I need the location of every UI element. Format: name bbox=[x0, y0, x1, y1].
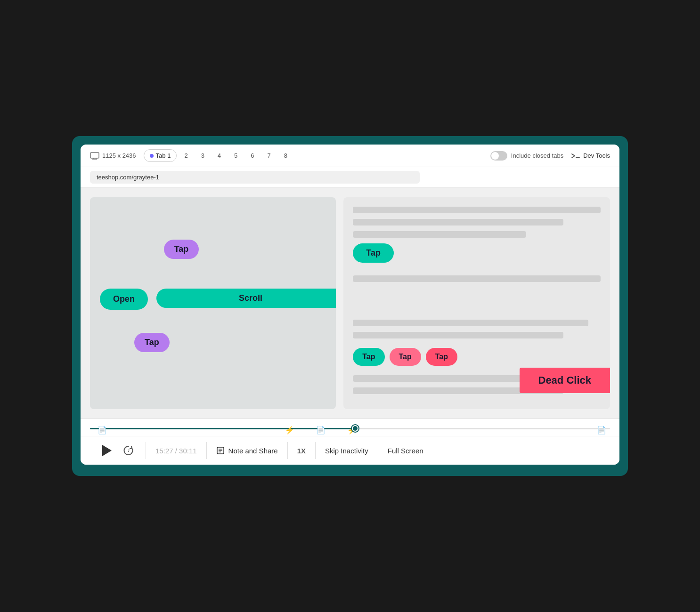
content-line-2 bbox=[353, 219, 563, 225]
toggle-switch[interactable] bbox=[490, 151, 507, 161]
include-closed-toggle[interactable]: Include closed tabs bbox=[490, 151, 563, 161]
tab-3[interactable]: 3 bbox=[195, 150, 210, 161]
tab-1[interactable]: Tab 1 bbox=[144, 149, 177, 162]
badge-tap-row-3: Tap bbox=[426, 348, 457, 366]
controls-bar: 7 15:27 / 30:11 Note and Share bbox=[81, 436, 619, 465]
content-line-5 bbox=[353, 320, 588, 326]
badge-scroll: Scroll bbox=[156, 289, 336, 308]
fullscreen-section: Full Screen bbox=[378, 447, 433, 455]
badge-tap-purple-2: Tap bbox=[134, 333, 170, 352]
replay-icon: 7 bbox=[122, 444, 135, 457]
badge-open: Open bbox=[100, 289, 148, 310]
badge-tap-row-2: Tap bbox=[390, 348, 421, 366]
include-closed-label: Include closed tabs bbox=[511, 152, 563, 159]
play-button[interactable] bbox=[99, 443, 114, 458]
bottom-padding bbox=[81, 465, 619, 476]
timeline-track[interactable]: 📄 ⚡ 📄 ⚡ 📄 bbox=[90, 424, 610, 433]
badge-tap-teal-right: Tap bbox=[353, 243, 394, 263]
badge-tap-purple-1: Tap bbox=[164, 240, 199, 259]
content-line-3 bbox=[353, 231, 526, 238]
note-share-section: Note and Share bbox=[207, 446, 287, 455]
top-bar: 1125 x 2436 Tab 1 2 3 4 5 6 7 8 Include … bbox=[81, 145, 619, 167]
content-line-1 bbox=[353, 207, 601, 213]
timeline-bar: 📄 ⚡ 📄 ⚡ 📄 bbox=[81, 419, 619, 436]
note-icon bbox=[216, 446, 225, 455]
content-line-6 bbox=[353, 332, 563, 338]
tab-5[interactable]: 5 bbox=[228, 150, 243, 161]
monitor-icon bbox=[90, 152, 99, 160]
content-line-7 bbox=[353, 375, 526, 382]
speed-button[interactable]: 1X bbox=[297, 447, 306, 455]
timestamp-display: 15:27 / 30:11 bbox=[155, 447, 197, 455]
playback-section: 7 bbox=[90, 443, 146, 458]
outer-wrapper: 1125 x 2436 Tab 1 2 3 4 5 6 7 8 Include … bbox=[72, 136, 628, 476]
screen-size-text: 1125 x 2436 bbox=[102, 152, 136, 159]
replay-button[interactable]: 7 bbox=[121, 443, 136, 458]
session-area: Tap Open Scroll Tap Tap bbox=[81, 188, 619, 419]
svg-line-5 bbox=[572, 156, 575, 158]
tab-dot bbox=[150, 154, 154, 158]
screen-size-display: 1125 x 2436 bbox=[90, 152, 136, 160]
tab-2[interactable]: 2 bbox=[179, 150, 193, 161]
marker-page-end: 📄 bbox=[597, 426, 602, 431]
right-panel: Tap Dead Click Tap Tap Tap bbox=[343, 197, 610, 409]
content-lines: Tap Dead Click Tap Tap Tap bbox=[343, 197, 610, 409]
timestamp-section: 15:27 / 30:11 bbox=[146, 447, 206, 455]
left-panel: Tap Open Scroll Tap bbox=[90, 197, 336, 409]
tab-7[interactable]: 7 bbox=[262, 150, 277, 161]
skip-section: Skip Inactivity bbox=[316, 447, 378, 455]
url-bar bbox=[81, 167, 619, 188]
track-fill bbox=[90, 428, 355, 429]
marker-page-mid: 📄 bbox=[316, 426, 322, 431]
dev-tools-button[interactable]: Dev Tools bbox=[571, 152, 610, 160]
svg-rect-0 bbox=[90, 153, 99, 158]
note-share-button[interactable]: Note and Share bbox=[216, 446, 278, 455]
note-share-label: Note and Share bbox=[228, 447, 278, 455]
url-input[interactable] bbox=[90, 171, 420, 184]
tab-4[interactable]: 4 bbox=[212, 150, 227, 161]
tab-8[interactable]: 8 bbox=[278, 150, 293, 161]
badge-tap-row-1: Tap bbox=[353, 348, 384, 366]
skip-inactivity-button[interactable]: Skip Inactivity bbox=[325, 447, 368, 455]
dev-tools-icon bbox=[571, 152, 580, 160]
badge-dead-click: Dead Click bbox=[520, 368, 610, 393]
dev-tools-label: Dev Tools bbox=[583, 152, 610, 159]
svg-text:7: 7 bbox=[128, 449, 130, 453]
timeline-thumb[interactable] bbox=[352, 425, 358, 432]
tabs-row: Tab 1 2 3 4 5 6 7 8 bbox=[144, 149, 309, 162]
marker-page-start: 📄 bbox=[98, 426, 103, 431]
full-screen-button[interactable]: Full Screen bbox=[388, 447, 423, 455]
speed-section: 1X bbox=[288, 447, 315, 455]
player-container: 1125 x 2436 Tab 1 2 3 4 5 6 7 8 Include … bbox=[81, 145, 619, 465]
play-icon bbox=[102, 445, 112, 456]
tab-6[interactable]: 6 bbox=[245, 150, 260, 161]
marker-bolt-1: ⚡ bbox=[285, 426, 291, 431]
content-line-4 bbox=[353, 275, 601, 282]
